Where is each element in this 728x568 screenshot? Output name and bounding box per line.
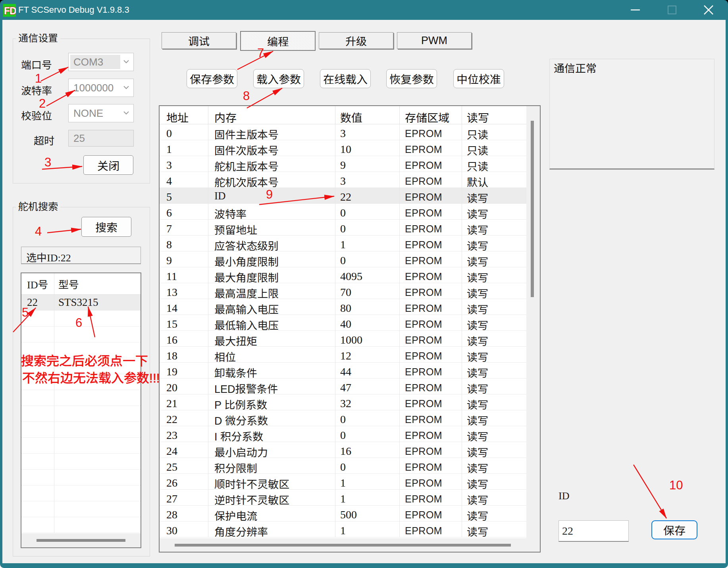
svg-text:D: D bbox=[10, 5, 16, 16]
svg-text:F: F bbox=[4, 5, 10, 16]
